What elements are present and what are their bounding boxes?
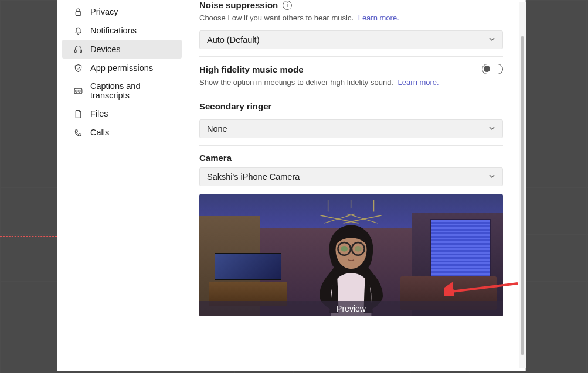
sidebar-item-label: Notifications	[90, 26, 137, 35]
high-fidelity-toggle[interactable]	[482, 64, 503, 74]
secondary-ringer-select[interactable]: None	[199, 119, 503, 138]
high-fidelity-section: High fidelity music mode Show the option…	[199, 57, 503, 94]
svg-point-16	[355, 246, 362, 252]
scrollbar[interactable]	[519, 2, 526, 368]
settings-dialog: Privacy Notifications Devices App permis…	[57, 0, 526, 371]
select-value: Sakshi's iPhone Camera	[207, 172, 300, 182]
file-icon	[73, 108, 83, 119]
section-title-text: High fidelity music mode	[199, 64, 304, 74]
chevron-down-icon	[488, 124, 495, 134]
desc-text: Choose Low if you want others to hear mu…	[199, 13, 354, 22]
sidebar-item-devices[interactable]: Devices	[62, 40, 182, 59]
sidebar-item-label: Devices	[90, 45, 121, 54]
bell-icon	[73, 25, 83, 36]
sidebar-item-app-permissions[interactable]: App permissions	[62, 59, 182, 77]
preview-label: Preview	[199, 301, 503, 316]
sidebar-item-privacy[interactable]: Privacy	[62, 2, 182, 21]
select-value: None	[207, 124, 227, 134]
sidebar-item-notifications[interactable]: Notifications	[62, 21, 182, 40]
noise-suppression-title: Noise suppression i	[199, 0, 503, 10]
desc-text: Show the option in meetings to deliver h…	[199, 78, 393, 87]
sidebar-item-label: Calls	[90, 128, 109, 137]
noise-suppression-desc: Choose Low if you want others to hear mu…	[199, 13, 503, 22]
info-icon[interactable]: i	[283, 1, 292, 10]
camera-preview: Preview	[199, 194, 503, 316]
settings-content: Noise suppression i Choose Low if you wa…	[186, 0, 525, 371]
sidebar-item-files[interactable]: Files	[62, 104, 182, 123]
sidebar-item-label: Privacy	[90, 7, 118, 16]
camera-section: Camera Sakshi's iPhone Camera	[199, 146, 503, 323]
chevron-down-icon	[488, 35, 495, 45]
svg-point-15	[341, 246, 348, 252]
select-value: Auto (Default)	[207, 35, 259, 45]
section-title-text: Camera	[199, 153, 232, 163]
sidebar-item-calls[interactable]: Calls	[62, 123, 182, 142]
timeline-marker	[0, 236, 57, 237]
section-title-text: Secondary ringer	[199, 101, 271, 111]
noise-suppression-select[interactable]: Auto (Default)	[199, 30, 503, 49]
scrollbar-thumb[interactable]	[521, 36, 524, 355]
camera-title: Camera	[199, 153, 503, 163]
sidebar-item-label: Captions and transcripts	[90, 81, 171, 100]
chevron-down-icon	[488, 172, 495, 182]
settings-sidebar: Privacy Notifications Devices App permis…	[57, 0, 186, 371]
phone-icon	[73, 127, 83, 138]
sidebar-item-captions[interactable]: Captions and transcripts	[62, 77, 182, 104]
captions-icon	[73, 85, 83, 96]
noise-suppression-section: Noise suppression i Choose Low if you wa…	[199, 0, 503, 57]
svg-rect-1	[74, 50, 76, 52]
learn-more-link[interactable]: Learn more.	[398, 78, 439, 87]
headset-icon	[73, 44, 83, 54]
shield-icon	[73, 63, 83, 73]
svg-rect-2	[80, 50, 81, 52]
camera-select[interactable]: Sakshi's iPhone Camera	[199, 167, 503, 186]
secondary-ringer-title: Secondary ringer	[199, 101, 503, 111]
sidebar-item-label: Files	[90, 109, 108, 118]
high-fidelity-title: High fidelity music mode	[199, 64, 304, 74]
sidebar-item-label: App permissions	[90, 63, 153, 73]
secondary-ringer-section: Secondary ringer None	[199, 94, 503, 146]
section-title-text: Noise suppression	[199, 0, 278, 10]
high-fidelity-desc: Show the option in meetings to deliver h…	[199, 78, 503, 87]
svg-rect-0	[76, 11, 81, 15]
learn-more-link[interactable]: Learn more.	[358, 13, 399, 22]
lock-icon	[73, 6, 83, 17]
